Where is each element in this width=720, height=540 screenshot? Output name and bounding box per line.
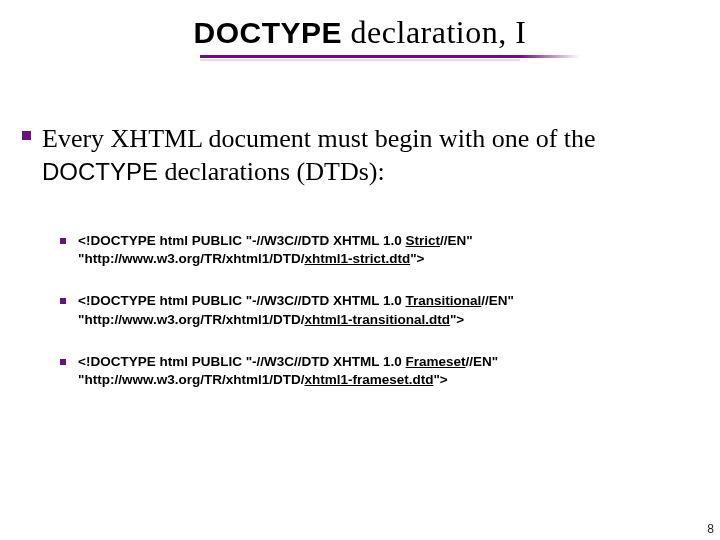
- title-wrap: DOCTYPE declaration, I: [0, 14, 720, 63]
- main-prefix: Every XHTML document must begin with one…: [42, 124, 596, 153]
- code-line-2: "http://www.w3.org/TR/xhtml1/DTD/xhtml1-…: [78, 311, 688, 329]
- main-text: Every XHTML document must begin with one…: [42, 122, 682, 189]
- code-line-2: "http://www.w3.org/TR/xhtml1/DTD/xhtml1-…: [78, 371, 688, 389]
- title-underline: [200, 55, 520, 63]
- list-item: <!DOCTYPE html PUBLIC "-//W3C//DTD XHTML…: [78, 292, 688, 328]
- list-item: <!DOCTYPE html PUBLIC "-//W3C//DTD XHTML…: [78, 232, 688, 268]
- code-line-1: <!DOCTYPE html PUBLIC "-//W3C//DTD XHTML…: [78, 232, 688, 250]
- sublist: <!DOCTYPE html PUBLIC "-//W3C//DTD XHTML…: [78, 232, 688, 413]
- code-line-1: <!DOCTYPE html PUBLIC "-//W3C//DTD XHTML…: [78, 353, 688, 371]
- page-number: 8: [707, 522, 714, 536]
- title-doctype-word: DOCTYPE: [194, 16, 343, 49]
- slide-title: DOCTYPE declaration, I: [194, 14, 527, 51]
- bullet-icon: [60, 359, 66, 365]
- bullet-icon: [60, 238, 66, 244]
- slide: DOCTYPE declaration, I Every XHTML docum…: [0, 0, 720, 540]
- title-rest: declaration, I: [342, 14, 526, 50]
- main-doctype-word: DOCTYPE: [42, 158, 158, 185]
- code-line-1: <!DOCTYPE html PUBLIC "-//W3C//DTD XHTML…: [78, 292, 688, 310]
- main-suffix: declarations (DTDs):: [158, 157, 385, 186]
- code-line-2: "http://www.w3.org/TR/xhtml1/DTD/xhtml1-…: [78, 250, 688, 268]
- list-item: <!DOCTYPE html PUBLIC "-//W3C//DTD XHTML…: [78, 353, 688, 389]
- bullet-icon: [22, 131, 31, 140]
- bullet-icon: [60, 298, 66, 304]
